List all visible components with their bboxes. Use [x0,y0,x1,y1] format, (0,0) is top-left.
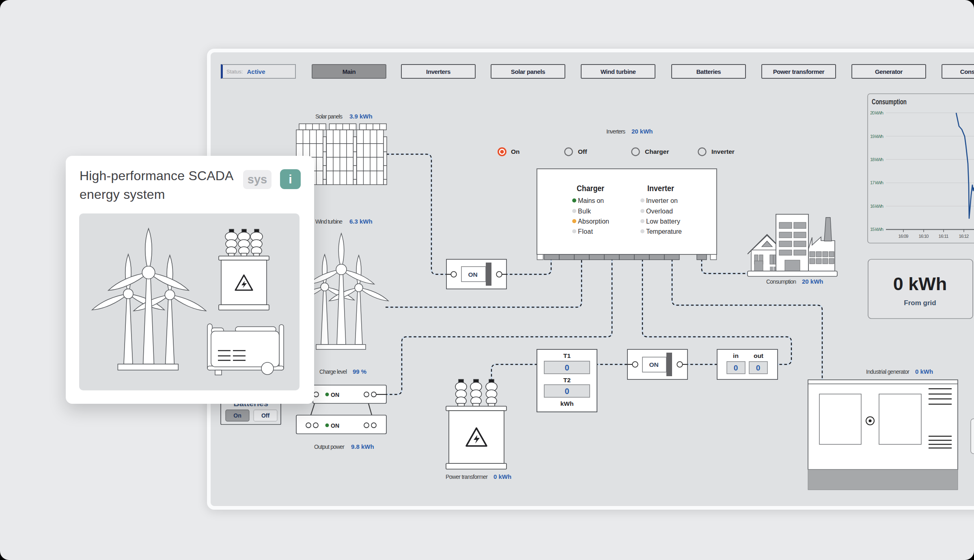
svg-text:Charge level: Charge level [319,368,347,375]
svg-text:Mains on: Mains on [578,197,604,204]
svg-text:0 kWh: 0 kWh [893,274,947,294]
svg-text:16:11: 16:11 [939,234,949,239]
svg-text:0: 0 [565,387,569,396]
svg-text:Inverter: Inverter [711,148,735,155]
svg-text:9.8 kWh: 9.8 kWh [351,443,374,450]
svg-text:kWh: kWh [560,400,574,407]
svg-text:Absorption: Absorption [578,218,609,225]
svg-text:20 kWh: 20 kWh [802,278,823,285]
svg-text:16 kWh: 16 kWh [870,204,883,209]
svg-text:Low battery: Low battery [646,218,680,225]
svg-text:Charger: Charger [577,183,604,193]
svg-text:ON: ON [331,422,339,429]
svg-text:0: 0 [756,364,761,372]
svg-text:T1: T1 [563,352,571,359]
svg-text:3.9 kWh: 3.9 kWh [349,113,373,120]
svg-text:out: out [754,352,763,359]
svg-text:Overload: Overload [646,208,673,215]
svg-text:From grid: From grid [904,299,936,307]
svg-text:Off: Off [578,148,587,155]
svg-text:ON: ON [468,271,477,278]
svg-text:Consumption: Consumption [766,278,796,285]
svg-text:T2: T2 [563,377,571,383]
svg-text:Wind turbine: Wind turbine [315,218,343,225]
svg-text:19 kWh: 19 kWh [870,134,883,139]
svg-text:16:12: 16:12 [959,234,969,239]
svg-text:16:09: 16:09 [899,234,909,239]
svg-text:in: in [733,352,739,359]
svg-text:0 kWh: 0 kWh [493,473,511,480]
svg-text:16:10: 16:10 [919,234,929,239]
svg-text:17 kWh: 17 kWh [870,180,883,185]
svg-text:99 %: 99 % [353,368,366,375]
svg-text:Inverter: Inverter [647,183,674,193]
svg-text:Float: Float [578,228,593,235]
svg-text:0: 0 [565,363,569,372]
svg-text:Inverters: Inverters [606,128,625,135]
svg-text:Output power: Output power [314,444,345,450]
svg-text:0 kWh: 0 kWh [915,368,933,375]
svg-text:Charger: Charger [645,148,669,155]
svg-text:Temperature: Temperature [646,228,682,235]
svg-text:18 kWh: 18 kWh [870,157,883,162]
svg-text:Inverter on: Inverter on [646,197,678,204]
svg-text:ON: ON [649,361,658,368]
svg-text:0: 0 [734,364,738,372]
svg-text:20 kWh: 20 kWh [631,128,653,135]
svg-text:Solar panels: Solar panels [315,113,343,120]
svg-text:6.3 kWh: 6.3 kWh [349,218,373,225]
svg-text:20 kWh: 20 kWh [870,110,883,115]
svg-text:Off: Off [261,412,270,419]
svg-text:On: On [511,148,520,155]
svg-text:Industrial generator: Industrial generator [866,368,909,375]
svg-text:15 kWh: 15 kWh [870,227,883,232]
svg-text:Bulk: Bulk [578,208,591,215]
svg-text:Consumption: Consumption [872,98,907,106]
svg-text:On: On [233,412,241,419]
svg-text:ON: ON [331,392,339,398]
svg-text:Power transformer: Power transformer [446,474,488,480]
